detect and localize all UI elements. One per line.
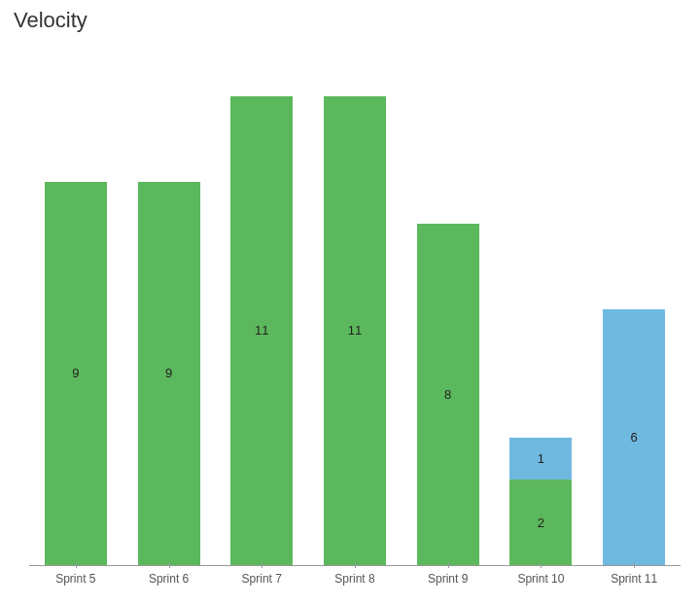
x-tick	[262, 562, 262, 568]
bar-sprint-11: 6 0	[603, 309, 665, 565]
bar-segment-completed: 8	[417, 224, 479, 565]
bar-segment-planned: 6	[603, 309, 665, 565]
chart-plot-area: 0 9 0 9 0 11 0 11 0 8 1 2 6 0	[29, 54, 681, 566]
bar-segment-completed: 9	[138, 182, 200, 566]
bar-sprint-8: 0 11	[324, 96, 386, 565]
bar-segment-completed: 2	[509, 480, 572, 565]
x-axis-label: Sprint 5	[55, 572, 95, 586]
bar-segment-completed: 11	[324, 96, 386, 565]
bar-segment-completed: 11	[230, 96, 293, 565]
bar-sprint-5: 0 9	[45, 182, 107, 566]
x-tick	[634, 562, 635, 568]
x-axis-label: Sprint 6	[149, 572, 189, 586]
x-tick	[169, 562, 170, 568]
bar-segment-completed: 9	[45, 182, 107, 566]
x-axis-label: Sprint 7	[242, 572, 282, 586]
x-axis-label: Sprint 8	[334, 572, 374, 586]
bar-segment-planned: 1	[509, 438, 572, 480]
bar-sprint-9: 0 8	[417, 224, 479, 565]
x-axis-label: Sprint 11	[611, 572, 657, 586]
x-tick	[541, 562, 542, 568]
x-tick	[355, 562, 356, 568]
chart-title: Velocity	[0, 0, 700, 33]
x-axis-label: Sprint 10	[517, 572, 564, 586]
x-axis: Sprint 5 Sprint 6 Sprint 7 Sprint 8 Spri…	[29, 572, 681, 591]
bar-sprint-7: 0 11	[230, 96, 293, 565]
x-tick	[76, 562, 77, 568]
bar-sprint-10: 1 2	[509, 438, 572, 565]
x-axis-label: Sprint 9	[428, 572, 468, 586]
bar-sprint-6: 0 9	[138, 182, 200, 566]
x-tick	[448, 562, 449, 568]
